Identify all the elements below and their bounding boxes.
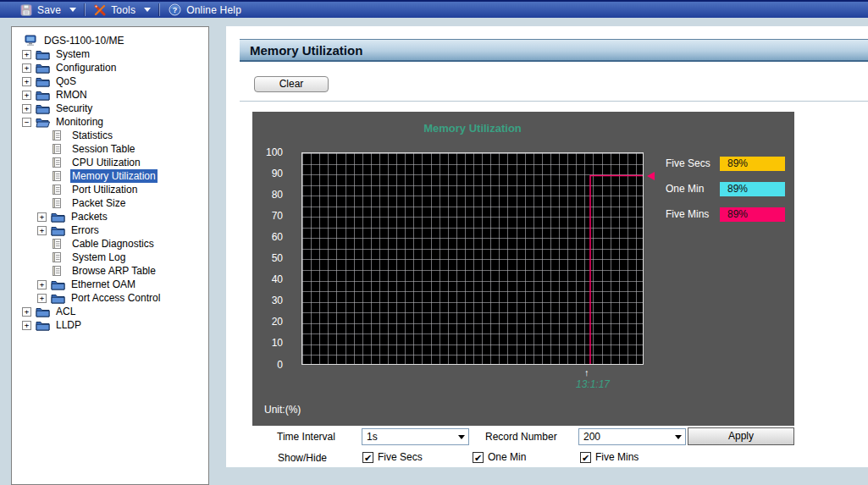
sidebar-item-label[interactable]: Memory Utilization [70,169,158,183]
sidebar-item-ethernet-oam[interactable]: +Ethernet OAM [14,278,207,291]
time-interval-select[interactable]: 1s [362,428,469,445]
folder-icon [36,48,51,60]
sidebar-item-configuration[interactable]: +Configuration [14,61,207,74]
sidebar-item-label[interactable]: Security [54,102,94,115]
time-interval-label: Time Interval [277,430,335,444]
combo-arrow-icon [675,435,682,439]
sidebar-item-port-access-control[interactable]: +Port Access Control [14,291,207,305]
checkbox-checked[interactable]: ✔ [473,452,484,463]
sidebar-item-system-log[interactable]: System Log [14,251,207,264]
sidebar-item-qos[interactable]: +QoS [14,74,207,88]
y-axis-tick-30: 30 [257,295,283,306]
sidebar-item-monitoring[interactable]: −Monitoring [14,115,207,129]
expand-icon[interactable]: + [22,63,31,73]
y-axis-tick-10: 10 [257,337,283,349]
sidebar-item-label[interactable]: Errors [69,223,101,237]
expand-icon[interactable]: + [22,307,31,317]
checkbox-label: Five Mins [595,451,639,463]
sidebar-item-label[interactable]: Packet Size [70,196,127,210]
sidebar-item-label[interactable]: LLDP [54,318,83,332]
sidebar-item-label[interactable]: Cable Diagnostics [70,237,156,251]
sidebar-item-label[interactable]: QoS [54,74,78,88]
page-icon [52,130,67,141]
online-help-menu[interactable]: ? Online Help [160,2,250,18]
legend-value-five-mins: 89% [720,207,785,222]
sidebar-item-label[interactable]: System Log [70,251,127,264]
sidebar-item-browse-arp-table[interactable]: Browse ARP Table [14,264,207,278]
sidebar-item-label[interactable]: Ethernet OAM [69,278,137,291]
sidebar-item-rmon[interactable]: +RMON [14,88,207,102]
folder-icon [36,75,51,87]
sidebar-item-cable-diagnostics[interactable]: Cable Diagnostics [14,237,207,251]
sidebar-item-dgs-1100-10-me[interactable]: DGS-1100-10/ME [14,34,207,47]
svg-text:?: ? [173,6,178,14]
folder-icon [51,292,66,304]
sidebar-item-label[interactable]: Browse ARP Table [70,264,158,278]
page-icon [52,238,67,250]
save-menu[interactable]: Save [12,2,85,18]
folder-icon [51,211,66,223]
sidebar-item-lldp[interactable]: +LLDP [14,318,207,332]
legend-label-one-min: One Min [666,182,704,196]
tools-icon [94,4,106,16]
sidebar-item-label[interactable]: RMON [54,88,89,102]
memory-utilization-chart: Memory Utilization 100908070605040302010… [252,112,794,426]
sidebar-item-label[interactable]: ACL [54,305,77,318]
expand-icon[interactable]: + [22,321,31,330]
apply-button[interactable]: Apply [688,427,794,445]
folder-icon [36,306,51,317]
folder-icon [51,278,66,290]
collapse-icon[interactable]: − [22,118,31,127]
sidebar-item-label[interactable]: Port Utilization [70,183,139,196]
top-toolbar: Save Tools ? Online Help [0,0,868,18]
checkbox-checked[interactable]: ✔ [580,452,591,463]
y-axis-tick-90: 90 [257,168,283,179]
chart-plot-area [301,152,644,365]
folder-icon [36,102,51,114]
time-cursor-arrow-icon: ↑ [584,367,589,378]
sidebar-item-system[interactable]: +System [14,47,207,61]
tools-menu[interactable]: Tools [86,2,159,18]
sidebar-item-port-utilization[interactable]: Port Utilization [14,183,207,196]
expand-icon[interactable]: + [37,226,47,235]
sidebar-item-label[interactable]: Session Table [70,142,137,156]
checkbox-checked[interactable]: ✔ [362,452,373,463]
sidebar-item-acl[interactable]: +ACL [14,305,207,318]
expand-icon[interactable]: + [22,91,31,100]
y-axis-tick-50: 50 [257,252,283,264]
expand-icon[interactable]: + [22,50,31,59]
section-divider [240,101,868,102]
sidebar-item-label[interactable]: Packets [69,210,109,223]
sidebar-item-packet-size[interactable]: Packet Size [14,196,207,210]
sidebar-item-packets[interactable]: +Packets [14,210,207,223]
sidebar-item-label[interactable]: Monitoring [54,115,105,129]
expand-icon[interactable]: + [22,77,31,86]
sidebar-item-label[interactable]: Configuration [54,61,118,74]
sidebar-item-errors[interactable]: +Errors [14,223,207,237]
sidebar-item-cpu-utilization[interactable]: CPU Utilization [14,156,207,169]
expand-icon[interactable]: + [22,104,31,113]
sidebar-item-label[interactable]: DGS-1100-10/ME [42,34,125,47]
unit-label: Unit:(%) [264,404,301,416]
folder-icon [36,319,51,331]
sidebar-item-memory-utilization[interactable]: Memory Utilization [14,169,207,183]
expand-icon[interactable]: + [37,294,47,303]
sidebar-item-session-table[interactable]: Session Table [14,142,207,156]
show-hide-option-five-mins[interactable]: ✔Five Mins [580,451,639,463]
sidebar-item-label[interactable]: CPU Utilization [70,156,142,169]
show-hide-option-one-min[interactable]: ✔One Min [473,451,526,463]
sidebar-item-label[interactable]: System [54,47,91,61]
record-number-select[interactable]: 200 [578,428,686,445]
sidebar-item-security[interactable]: +Security [14,102,207,115]
expand-icon[interactable]: + [37,212,47,222]
legend-value-five-secs: 89% [720,157,785,171]
page-title: Memory Utilization [240,39,868,62]
line-end-arrow-icon [647,172,655,180]
clear-button[interactable]: Clear [254,76,329,92]
sidebar-item-label[interactable]: Statistics [70,129,114,142]
page-icon [52,197,67,209]
sidebar-item-statistics[interactable]: Statistics [14,129,207,142]
sidebar-item-label[interactable]: Port Access Control [69,291,162,305]
expand-icon[interactable]: + [37,280,47,289]
show-hide-option-five-secs[interactable]: ✔Five Secs [362,451,423,463]
